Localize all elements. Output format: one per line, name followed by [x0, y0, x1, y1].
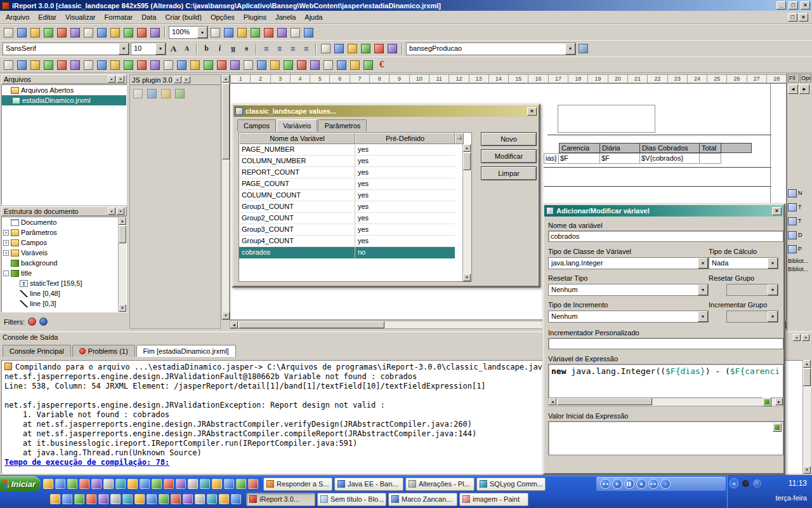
- tree-item-arquivos-abertos[interactable]: Arquivos Abertos: [2, 85, 126, 95]
- mdi-close-icon[interactable]: ×: [799, 13, 808, 22]
- dropdown-arrow-icon[interactable]: ▼: [698, 284, 708, 295]
- report-line-element[interactable]: [547, 135, 771, 135]
- quicklaunch-20-icon[interactable]: [62, 494, 72, 504]
- same-height-icon[interactable]: [122, 59, 134, 71]
- variable-row[interactable]: COLUMN_NUMBER yes: [239, 156, 455, 167]
- report-properties-icon[interactable]: [362, 59, 374, 71]
- tipo-calculo-combobox[interactable]: Nada ▼: [709, 257, 778, 269]
- variable-row[interactable]: PAGE_COUNT yes: [239, 178, 455, 190]
- tab-problems[interactable]: Problems (1): [72, 345, 135, 357]
- border-bottom-icon[interactable]: [386, 43, 398, 55]
- media-stop-icon[interactable]: ■: [636, 479, 646, 489]
- palette-item[interactable]: D: [788, 228, 811, 242]
- open-report-icon[interactable]: [16, 27, 28, 39]
- menu-item[interactable]: Janela: [271, 11, 300, 23]
- compile-report-icon[interactable]: [236, 27, 248, 39]
- scroll-down-icon[interactable]: ▼: [222, 312, 230, 319]
- strikethrough-button[interactable]: s: [240, 43, 252, 55]
- table-options-icon[interactable]: [455, 133, 464, 144]
- scroll-up-icon[interactable]: ▲: [222, 75, 230, 83]
- element-properties-icon[interactable]: [336, 59, 348, 71]
- zoom-combobox[interactable]: 100% ▼: [169, 26, 208, 39]
- media-pause-icon[interactable]: ▌▌: [624, 479, 634, 489]
- tree-item-documento[interactable]: Documento: [2, 217, 118, 227]
- redo-icon[interactable]: [136, 27, 148, 39]
- fit-to-page-icon[interactable]: [269, 59, 281, 71]
- palette-item[interactable]: T: [788, 200, 811, 214]
- quicklaunch-13-icon[interactable]: [188, 479, 198, 489]
- quicklaunch-02-icon[interactable]: [55, 479, 65, 489]
- task-notepad[interactable]: Sem título - Blo...: [317, 493, 386, 506]
- menu-item[interactable]: Formatar: [100, 11, 138, 23]
- window-titlebar[interactable]: iReport 3.0.0 [classic_landscape 842x595…: [0, 0, 812, 11]
- scroll-up-icon[interactable]: ▲: [463, 144, 471, 152]
- console-scrollbar[interactable]: ▲ ▼: [802, 360, 811, 474]
- quicklaunch-21-icon[interactable]: [74, 494, 84, 504]
- scroll-thumb[interactable]: [463, 152, 471, 170]
- element-pointer-icon[interactable]: [149, 27, 161, 39]
- align-right-icon[interactable]: [16, 59, 28, 71]
- pin-icon[interactable]: •: [108, 76, 115, 83]
- same-size-icon[interactable]: [136, 59, 148, 71]
- quicklaunch-14-icon[interactable]: [200, 479, 210, 489]
- cut-icon[interactable]: [82, 27, 95, 39]
- scroll-thumb[interactable]: [239, 321, 384, 328]
- js-refresh-icon[interactable]: [174, 88, 186, 100]
- underline-button[interactable]: u: [227, 43, 239, 55]
- tree-expander-icon[interactable]: +: [3, 250, 9, 256]
- scroll-thumb[interactable]: [222, 83, 230, 159]
- space-horizontal-icon[interactable]: [176, 59, 188, 71]
- close-icon[interactable]: ×: [117, 208, 124, 215]
- column-header-nome[interactable]: Nome da Variável: [239, 133, 355, 144]
- tree-item-parametros[interactable]: + Parâmetros: [2, 227, 118, 237]
- menu-item[interactable]: Data: [137, 11, 160, 23]
- send-to-back-icon[interactable]: [296, 59, 308, 71]
- remove-space-horizontal-icon[interactable]: [202, 59, 214, 71]
- report-field-cell[interactable]: $F: [559, 153, 600, 164]
- border-top-icon[interactable]: [373, 43, 385, 55]
- pin-icon[interactable]: •: [108, 208, 115, 215]
- dropdown-arrow-icon[interactable]: ▼: [698, 258, 708, 269]
- quicklaunch-15-icon[interactable]: [212, 479, 222, 489]
- help-icon[interactable]: [303, 27, 315, 39]
- palette-item[interactable]: P: [788, 242, 811, 256]
- tree-item-campos[interactable]: + Campos: [2, 237, 118, 248]
- align-top-icon[interactable]: [29, 59, 41, 71]
- tree-item-estadiadinamico[interactable]: estadiaDinamico.jrxml: [2, 95, 126, 105]
- align-text-left-icon[interactable]: ≡: [260, 43, 272, 55]
- js-new-icon[interactable]: [132, 88, 144, 100]
- quicklaunch-29-icon[interactable]: [171, 494, 181, 504]
- quicklaunch-34-icon[interactable]: [231, 494, 241, 504]
- structure-scrollbar[interactable]: ▲ ▼: [118, 217, 126, 312]
- valor-inicial-editor[interactable]: [548, 421, 783, 455]
- font-family-dropdown-arrow-icon[interactable]: ▼: [119, 43, 129, 55]
- start-button[interactable]: Iniciar: [0, 476, 41, 491]
- run-with-connection-icon[interactable]: [249, 27, 261, 39]
- filter-errors-icon[interactable]: [28, 318, 36, 326]
- quicklaunch-18-icon[interactable]: [248, 479, 258, 489]
- bold-button[interactable]: b: [200, 43, 213, 55]
- zoom-out-icon[interactable]: [209, 27, 221, 39]
- open-query-icon[interactable]: [276, 27, 288, 39]
- tray-antivirus-icon[interactable]: [753, 479, 761, 488]
- quicklaunch-32-icon[interactable]: [207, 494, 217, 504]
- fit-to-band-icon[interactable]: [256, 59, 268, 71]
- media-previous-icon[interactable]: ◄◄: [600, 479, 610, 489]
- close-icon[interactable]: ×: [772, 207, 782, 215]
- close-icon[interactable]: ×: [117, 76, 124, 83]
- quicklaunch-24-icon[interactable]: [110, 494, 121, 504]
- undo-icon[interactable]: [122, 27, 134, 39]
- save-report-icon[interactable]: [29, 27, 41, 39]
- incrementador-input[interactable]: [548, 338, 783, 349]
- dropdown-arrow-icon[interactable]: ▼: [768, 258, 778, 269]
- dropdown-arrow-icon[interactable]: ▼: [698, 311, 708, 322]
- border-right-icon[interactable]: [360, 43, 372, 55]
- resetar-tipo-combobox[interactable]: Nenhum ▼: [548, 284, 709, 296]
- dock-tab[interactable]: Fil: [788, 74, 799, 83]
- palette-item[interactable]: T: [788, 214, 811, 228]
- scroll-thumb[interactable]: [557, 398, 652, 405]
- scroll-left-icon[interactable]: ◄: [230, 321, 238, 328]
- menu-item[interactable]: Criar (build): [160, 11, 206, 23]
- tab-parametros[interactable]: Parâmetros: [318, 119, 367, 131]
- quicklaunch-19-icon[interactable]: [50, 494, 60, 504]
